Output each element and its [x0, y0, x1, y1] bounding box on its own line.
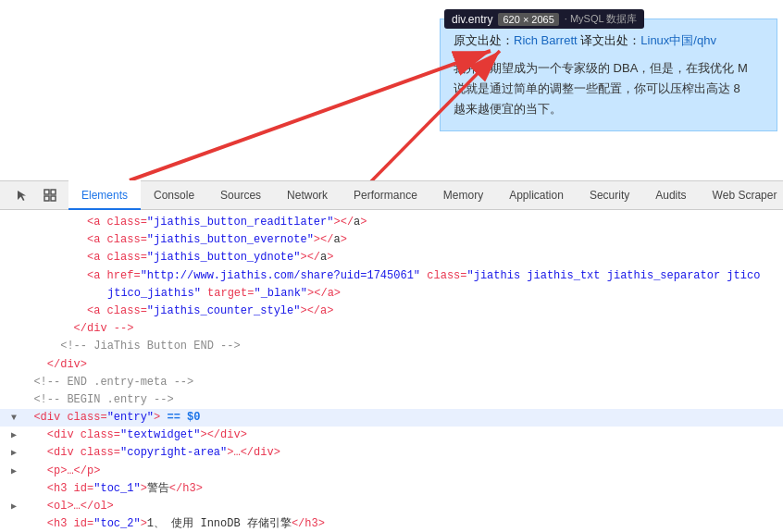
- expand-btn[interactable]: [7, 217, 20, 229]
- author-line: 原文出处：Rich Barrett 译文出处：Linux中国/qhv: [454, 31, 764, 51]
- expand-btn[interactable]: [7, 377, 20, 390]
- code-line: <!-- BEGIN .entry -->: [0, 391, 783, 409]
- expand-btn[interactable]: ▶: [7, 465, 20, 478]
- expand-btn[interactable]: [7, 305, 20, 318]
- code-line: ▶ <div class="textwidget"></div>: [0, 427, 783, 444]
- code-line: <!-- END .entry-meta -->: [0, 374, 783, 391]
- content-text: 我并不期望成为一个专家级的 DBA，但是，在我优化 M 说就是通过简单的调整一些…: [454, 58, 764, 119]
- inspect-icon[interactable]: [39, 184, 61, 206]
- expand-btn[interactable]: [7, 340, 20, 353]
- tooltip-extra: · MySQL 数据库: [565, 12, 637, 26]
- tab-security[interactable]: Security: [577, 180, 642, 210]
- code-line: <a class="jiathis_button_readitlater"></…: [0, 214, 783, 231]
- tab-audits[interactable]: Audits: [642, 180, 699, 210]
- preview-area: div.entry 620 × 2065 · MySQL 数据库 原文出处：Ri…: [0, 0, 783, 180]
- code-line-selected[interactable]: ▼ <div class="entry"> == $0: [0, 409, 783, 427]
- tab-sources[interactable]: Sources: [207, 180, 274, 210]
- tooltip-dimensions: 620 × 2065: [498, 13, 558, 26]
- devtools-tab-bar: Elements Console Sources Network Perform…: [0, 180, 783, 210]
- svg-rect-4: [51, 190, 56, 194]
- page-content-preview: 原文出处：Rich Barrett 译文出处：Linux中国/qhv 我并不期望…: [440, 19, 777, 131]
- translator-name: Linux中国/qhv: [640, 33, 716, 47]
- expand-btn[interactable]: ▶: [7, 447, 20, 460]
- expand-btn[interactable]: [7, 359, 20, 372]
- tab-performance[interactable]: Performance: [341, 180, 430, 210]
- author-label: 原文出处：: [454, 33, 514, 47]
- element-tooltip: div.entry 620 × 2065 · MySQL 数据库: [444, 9, 644, 29]
- translator-label: 译文出处：: [578, 33, 641, 47]
- expand-btn[interactable]: ▶: [7, 429, 20, 442]
- code-line: <h3 id="toc_2">1、 使用 InnoDB 存储引擎</h3>: [0, 515, 783, 532]
- code-line: <a class="jiathis_button_ydnote"></a>: [0, 249, 783, 266]
- tooltip-tag: div.entry: [452, 13, 492, 26]
- svg-rect-5: [44, 196, 49, 201]
- code-line: </div -->: [0, 320, 783, 338]
- tab-icon-group: [4, 184, 68, 206]
- expand-btn[interactable]: [7, 518, 20, 531]
- expand-btn[interactable]: ▶: [7, 501, 20, 513]
- svg-rect-3: [44, 190, 49, 194]
- code-line: <a class="jiathis_button_evernote"></a>: [0, 231, 783, 249]
- tab-memory[interactable]: Memory: [430, 180, 496, 210]
- expand-btn[interactable]: [7, 483, 20, 496]
- code-line: <a href="http://www.jiathis.com/share?ui…: [0, 267, 783, 303]
- expand-btn[interactable]: [7, 252, 20, 265]
- code-line: <h3 id="toc_1">警告</h3>: [0, 480, 783, 498]
- author-name: Rich Barrett: [514, 33, 578, 47]
- svg-rect-6: [51, 196, 56, 201]
- code-line: ▶ <ol>…</ol>: [0, 498, 783, 515]
- tab-elements[interactable]: Elements: [68, 180, 141, 210]
- tab-network[interactable]: Network: [274, 180, 341, 210]
- cursor-icon[interactable]: [11, 184, 33, 206]
- expand-btn[interactable]: [7, 234, 20, 247]
- code-panel[interactable]: <a class="jiathis_button_readitlater"></…: [0, 210, 783, 532]
- tab-console[interactable]: Console: [141, 180, 207, 210]
- code-line: <a class="jiathis_counter_style"></a>: [0, 303, 783, 320]
- expand-collapse-btn[interactable]: ▼: [7, 412, 20, 425]
- expand-btn[interactable]: [7, 394, 20, 407]
- code-line: ▶ <p>…</p>: [0, 463, 783, 480]
- expand-btn[interactable]: [7, 270, 20, 283]
- svg-line-2: [130, 51, 491, 180]
- tab-application[interactable]: Application: [496, 180, 577, 210]
- code-line: </div>: [0, 356, 783, 374]
- tab-webscraper[interactable]: Web Scraper: [700, 180, 783, 210]
- code-line: ▶ <div class="copyright-area">…</div>: [0, 444, 783, 462]
- expand-btn[interactable]: [7, 323, 20, 336]
- code-line: <!-- JiaThis Button END -->: [0, 338, 783, 355]
